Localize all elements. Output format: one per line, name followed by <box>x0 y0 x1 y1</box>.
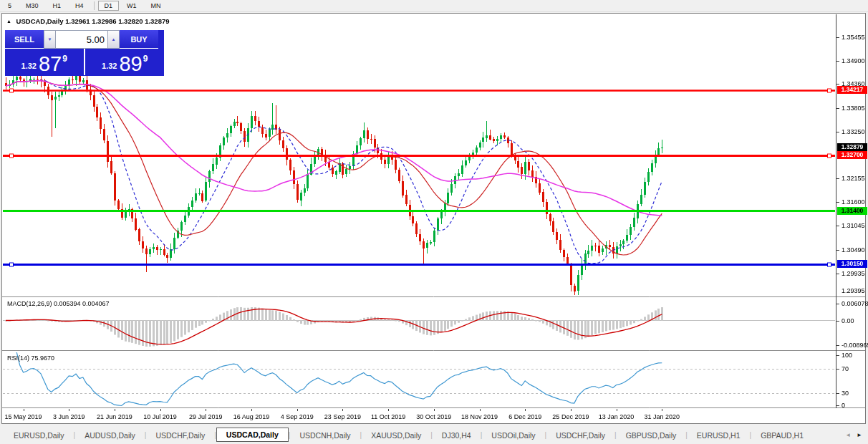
tab-dj30-h4[interactable]: DJ30,H4 <box>433 428 481 443</box>
tab-eurusd-daily[interactable]: EURUSD,Daily <box>4 428 74 443</box>
current-price-badge: 1.32879 <box>837 143 867 151</box>
rsi-axis-label: 0 <box>842 402 845 409</box>
timeframe-m5-button[interactable]: 5 <box>1 1 18 11</box>
tab-gbpusd-daily[interactable]: GBPUSD,Daily <box>617 428 686 443</box>
y-axis-price-label: 1.29395 <box>842 287 865 294</box>
chart-title: ▲ USDCAD,Daily 1.32961 1.32986 1.32820 1… <box>6 17 170 25</box>
timeframe-d1-button[interactable]: D1 <box>98 1 120 11</box>
y-axis-price-label: 1.35455 <box>842 34 865 41</box>
tab-scroll-right-icon[interactable]: ► <box>857 432 862 438</box>
macd-axis-label: -0.008965 <box>842 342 868 349</box>
x-axis-date-label: 10 Jul 2019 <box>143 413 177 420</box>
timeframe-m30-button[interactable]: M30 <box>19 1 45 11</box>
volume-increase-button[interactable]: ▲ <box>107 30 120 49</box>
macd-axis-label: 0.006078 <box>842 300 868 307</box>
x-axis-date-label: 31 Jan 2020 <box>645 413 680 420</box>
x-axis-date-label: 23 Sep 2019 <box>324 413 361 420</box>
y-axis-price-label: 1.31600 <box>842 198 865 206</box>
timeframe-w1-button[interactable]: W1 <box>120 1 143 11</box>
tab-xauusd-daily[interactable]: XAUUSD,Daily <box>362 428 430 443</box>
x-axis-date-label: 11 Oct 2019 <box>371 413 405 420</box>
y-axis-price-label: 1.34900 <box>842 57 865 64</box>
chart-tab-bar: EURUSD,Daily|AUDUSD,Daily|USDCHF,Daily|U… <box>0 426 868 444</box>
x-axis-date-label: 16 Aug 2019 <box>233 413 270 420</box>
x-axis-date-label: 29 Jul 2019 <box>189 413 223 420</box>
price-line-badge: 1.34217 <box>837 86 867 94</box>
timeframe-toolbar: 5 M30 H1 H4 D1 W1 MN <box>0 0 868 12</box>
tab-audusd-daily[interactable]: AUDUSD,Daily <box>75 428 145 443</box>
price-line-badge: 1.30150 <box>837 260 867 268</box>
sell-price-head: 1.32 <box>21 62 37 70</box>
rsi-axis-label: 70 <box>842 365 849 372</box>
rsi-axis-label: 30 <box>842 390 849 397</box>
rsi-indicator-header: RSI(14) 75.9670 <box>7 354 54 362</box>
chevron-up-icon: ▲ <box>112 37 116 42</box>
macd-indicator-header: MACD(12,26,9) 0.005394 0.004067 <box>7 300 110 307</box>
tab-gbpaud-h1[interactable]: GBPAUD,H1 <box>751 428 813 443</box>
rsi-axis-label: 100 <box>842 352 852 359</box>
chevron-down-icon: ▼ <box>48 37 52 42</box>
x-axis-date-label: 18 Nov 2019 <box>461 413 498 420</box>
sell-price-sup: 9 <box>62 54 67 64</box>
x-axis-date-label: 4 Sep 2019 <box>281 413 314 420</box>
toolbar-separator <box>94 1 95 10</box>
tab-usdchf-daily[interactable]: USDCHF,Daily <box>146 428 214 443</box>
buy-button[interactable]: BUY <box>120 30 158 49</box>
tab-usdcad-daily[interactable]: USDCAD,Daily <box>216 428 289 442</box>
macd-values: 0.005394 0.004067 <box>54 300 110 307</box>
volume-decrease-button[interactable]: ▼ <box>44 30 56 49</box>
tab-eurusd-h1[interactable]: EURUSD,H1 <box>688 428 750 443</box>
buy-price-sup: 9 <box>143 54 148 64</box>
tab-usdchf-daily[interactable]: USDCHF,Daily <box>546 428 614 443</box>
x-axis-date-label: 15 May 2019 <box>4 413 42 420</box>
volume-input[interactable] <box>56 30 107 49</box>
y-axis-price-label: 1.31045 <box>842 222 865 229</box>
sell-price-display[interactable]: 1.32 87 9 <box>5 49 85 75</box>
y-axis-price-label: 1.29935 <box>842 270 865 277</box>
sell-button[interactable]: SELL <box>5 30 44 49</box>
buy-price-display[interactable]: 1.32 89 9 <box>86 49 165 75</box>
x-axis-date-label: 30 Oct 2019 <box>416 413 451 420</box>
x-axis-date-label: 6 Dec 2019 <box>508 413 541 420</box>
timeframe-h1-button[interactable]: H1 <box>47 1 68 11</box>
tab-scroll-left-icon[interactable]: ◄ <box>845 432 851 438</box>
price-line-badge: 1.32700 <box>837 151 867 159</box>
macd-axis-label: 0.00 <box>842 317 854 324</box>
x-axis-date-label: 3 Jun 2019 <box>53 413 85 420</box>
buy-price-big: 89 <box>119 55 142 73</box>
y-axis-price-label: 1.33250 <box>842 128 865 135</box>
x-axis-date-label: 21 Jun 2019 <box>97 413 132 420</box>
y-axis-price-label: 1.30490 <box>842 246 865 254</box>
chart-ohlc-values: 1.32961 1.32986 1.32820 1.32879 <box>65 17 169 25</box>
tab-usdcnh-daily[interactable]: USDCNH,Daily <box>290 428 360 443</box>
one-click-trade-panel: SELL ▼ ▲ BUY 1.32 87 9 1.32 89 9 <box>5 30 164 76</box>
chart-collapse-icon[interactable]: ▲ <box>6 19 11 24</box>
timeframe-mn-button[interactable]: MN <box>145 1 168 11</box>
buy-price-head: 1.32 <box>102 62 117 70</box>
tab-scroll-arrows: ◄► <box>845 432 862 438</box>
price-line-badge: 1.31400 <box>837 207 867 215</box>
x-axis-date-label: 13 Jan 2020 <box>599 413 635 420</box>
sell-price-big: 87 <box>39 55 62 73</box>
macd-name: MACD(12,26,9) <box>7 300 52 307</box>
rsi-value: 75.9670 <box>32 354 55 362</box>
tab-usdoil-daily[interactable]: USDOil,Daily <box>482 428 544 443</box>
chart-symbol-label: USDCAD,Daily <box>16 17 64 25</box>
timeframe-h4-button[interactable]: H4 <box>69 1 90 11</box>
y-axis-price-label: 1.32155 <box>842 175 865 182</box>
x-axis-date-label: 25 Dec 2019 <box>552 413 589 420</box>
rsi-name: RSI(14) <box>7 354 29 362</box>
y-axis-price-label: 1.33805 <box>842 105 865 112</box>
